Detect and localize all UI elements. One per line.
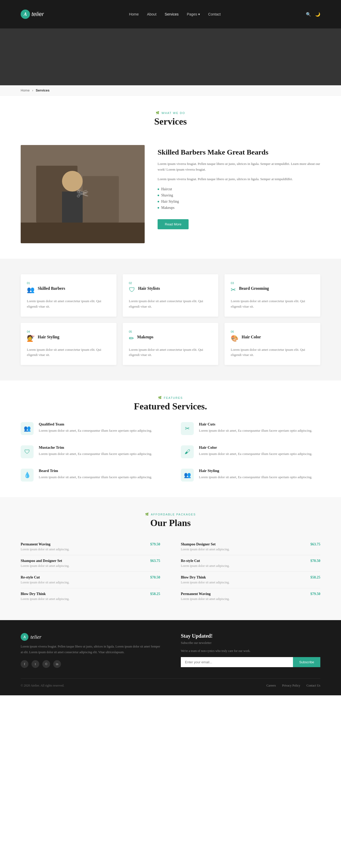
list-item-makeups: Makeups: [158, 205, 320, 211]
footer-bottom: © 2020 Atelier. All rights reserved. Car…: [21, 678, 320, 688]
barber-image-bg: ✂: [21, 145, 145, 243]
plan-name-r4: Permanent Waving: [181, 592, 210, 596]
featured-item-3: 🛡 Mustache Trim Lorem ipsum dolor sit am…: [21, 445, 160, 458]
card-header-4: 04 💇 Hair Styling: [27, 330, 110, 344]
featured-title-4: Hair Color: [199, 445, 312, 450]
plan-item-r4: Permanent Waving $79.50 Lorem ipsum dolo…: [181, 588, 320, 604]
service-card-2: 02 🛡 Hair Stylists Lorem ipsum dolor sit…: [123, 274, 218, 317]
plans-left-col: Permanent Waving $79.50 Lorem ipsum dolo…: [21, 539, 160, 604]
list-item-shaving: Shaving: [158, 192, 320, 198]
nav-contact[interactable]: Contact: [208, 12, 220, 16]
plan-item-r2: Re-style Cut $70.50 Lorem ipsum dolor si…: [181, 555, 320, 572]
featured-item-1: 👥 Qualified Team Lorem ipsum dolor sit a…: [21, 422, 160, 435]
list-item-haircut: Haircut: [158, 186, 320, 192]
newsletter-email-input[interactable]: [181, 657, 293, 667]
svg-point-3: [62, 171, 83, 191]
logo[interactable]: A telier: [21, 9, 44, 19]
featured-desc-3: Lorem ipsum dolor sit amet, Ea consequun…: [39, 451, 152, 457]
list-item-hair-styling: Hair Styling: [158, 198, 320, 205]
featured-item-5: 💧 Beard Trim Lorem ipsum dolor sit amet,…: [21, 469, 160, 482]
featured-content-4: Hair Color Lorem ipsum dolor sit amet, E…: [199, 445, 312, 457]
svg-text:✂: ✂: [77, 185, 88, 199]
card-icon-3: 03 ✂: [231, 281, 236, 296]
footer-link-privacy[interactable]: Privacy Policy: [282, 684, 300, 688]
featured-icon-1: 👥: [21, 422, 34, 435]
plan-row-r2: Re-style Cut $70.50: [181, 559, 320, 563]
card-title-3: Beard Grooming: [239, 286, 269, 291]
newsletter-form: Subscribe: [181, 657, 320, 667]
plan-item-r3: Blow Dry Think $58.25 Lorem ipsum dolor …: [181, 572, 320, 588]
card-title-4: Hair Styling: [38, 335, 60, 339]
featured-item-2: ✂ Hair Cuts Lorem ipsum dolor sit amet, …: [181, 422, 320, 435]
header: A telier Home About Services Pages ▾ Con…: [0, 0, 341, 28]
footer-logo-name: telier: [31, 634, 41, 640]
featured-desc-5: Lorem ipsum dolor sit amet, Ea consequun…: [39, 474, 152, 480]
footer-link-careers[interactable]: Careers: [266, 684, 276, 688]
plans-section: 🌿 AFFORDABLE PACKAGES Our Plans Permanen…: [0, 497, 341, 620]
card-header-6: 06 🎨 Hair Color: [231, 330, 314, 344]
featured-item-6: 👥 Hair Styling Lorem ipsum dolor sit ame…: [181, 469, 320, 482]
service-cards-section: 01 👥 Skilled Barbers Lorem ipsum dolor s…: [0, 259, 341, 380]
nav-pages[interactable]: Pages ▾: [187, 12, 200, 16]
plan-item-l1: Permanent Waving $79.50 Lorem ipsum dolo…: [21, 539, 160, 555]
plan-price-l3: $70.50: [150, 576, 161, 580]
card-header-3: 03 ✂ Beard Grooming: [231, 281, 314, 296]
newsletter-subscribe-button[interactable]: Subscribe: [293, 657, 320, 667]
plan-desc-r4: Lorem ipsum dolor sit amet adipiscing.: [181, 597, 320, 601]
nav-about[interactable]: About: [147, 12, 157, 16]
hero-section: [0, 28, 341, 85]
services-intro: ✂ Skilled Barbers Make Great Beards Lore…: [0, 140, 341, 259]
breadcrumb-home[interactable]: Home: [21, 88, 30, 92]
featured-title-2: Hair Cuts: [199, 422, 312, 427]
social-linkedin[interactable]: in: [53, 660, 61, 668]
search-icon[interactable]: 🔍: [306, 12, 311, 17]
nav-services[interactable]: Services: [165, 12, 179, 16]
featured-title-6: Hair Styling: [199, 469, 312, 473]
services-label: 🌿 WHAT WE DO: [21, 111, 320, 115]
read-more-button[interactable]: Read More: [158, 219, 189, 229]
footer: A telier Lorem ipsum viverra feugiat. Pe…: [0, 620, 341, 695]
footer-top: A telier Lorem ipsum viverra feugiat. Pe…: [21, 633, 320, 668]
social-instagram[interactable]: ©: [42, 660, 50, 668]
featured-content-3: Mustache Trim Lorem ipsum dolor sit amet…: [39, 445, 152, 457]
plan-desc-l1: Lorem ipsum dolor sit amet adipiscing.: [21, 548, 160, 551]
featured-content-2: Hair Cuts Lorem ipsum dolor sit amet, Ea…: [199, 422, 312, 433]
leaf-icon-2: 🌿: [158, 396, 162, 399]
card-icon-5: 05 ✏: [129, 330, 134, 344]
featured-icon-2: ✂: [181, 422, 194, 435]
social-twitter[interactable]: t: [32, 660, 39, 668]
plan-name-l2: Shampoo and Designer Set: [21, 559, 62, 563]
plan-desc-r3: Lorem ipsum dolor sit amet adipiscing.: [181, 581, 320, 584]
plan-price-r3: $58.25: [310, 576, 320, 580]
card-title-6: Hair Color: [242, 335, 261, 339]
plan-desc-l4: Lorem ipsum dolor sit amet adipiscing.: [21, 597, 160, 601]
plan-row-r1: Shampoo Designer Set $63.75: [181, 542, 320, 547]
plans-right-col: Shampoo Designer Set $63.75 Lorem ipsum …: [181, 539, 320, 604]
service-card-4: 04 💇 Hair Styling Lorem ipsum dolor sit …: [21, 323, 116, 365]
nav-home[interactable]: Home: [129, 12, 139, 16]
plan-price-r4: $79.50: [310, 592, 320, 596]
plan-desc-l3: Lorem ipsum dolor sit amet adipiscing.: [21, 581, 160, 584]
card-title-1: Skilled Barbers: [38, 286, 65, 291]
plans-title: Our Plans: [21, 518, 320, 528]
footer-links: Careers Privacy Policy Contact Us: [266, 684, 320, 688]
plan-row-l3: Re-style Cut $70.50: [21, 576, 160, 580]
svg-rect-6: [21, 222, 145, 243]
featured-desc-2: Lorem ipsum dolor sit amet, Ea consequun…: [199, 428, 312, 433]
featured-icon-4: 🖌: [181, 445, 194, 458]
plan-item-l4: Blow Dry Think $58.25 Lorem ipsum dolor …: [21, 588, 160, 604]
card-title-5: Makeups: [137, 335, 154, 339]
main-nav: Home About Services Pages ▾ Contact: [129, 12, 220, 16]
leaf-icon-3: 🌿: [145, 513, 149, 516]
featured-content-5: Beard Trim Lorem ipsum dolor sit amet, E…: [39, 469, 152, 480]
card-header-5: 05 ✏ Makeups: [129, 330, 212, 344]
plan-row-l1: Permanent Waving $79.50: [21, 542, 160, 547]
dark-mode-icon[interactable]: 🌙: [315, 12, 320, 17]
footer-link-contact[interactable]: Contact Us: [306, 684, 320, 688]
card-icon-6: 06 🎨: [231, 330, 238, 344]
services-list: Haircut Shaving Hair Styling Makeups: [158, 186, 320, 211]
card-header-2: 02 🛡 Hair Stylists: [129, 281, 212, 296]
plans-label: 🌿 AFFORDABLE PACKAGES: [21, 513, 320, 516]
card-title-2: Hair Stylists: [138, 286, 160, 291]
social-facebook[interactable]: f: [21, 660, 28, 668]
